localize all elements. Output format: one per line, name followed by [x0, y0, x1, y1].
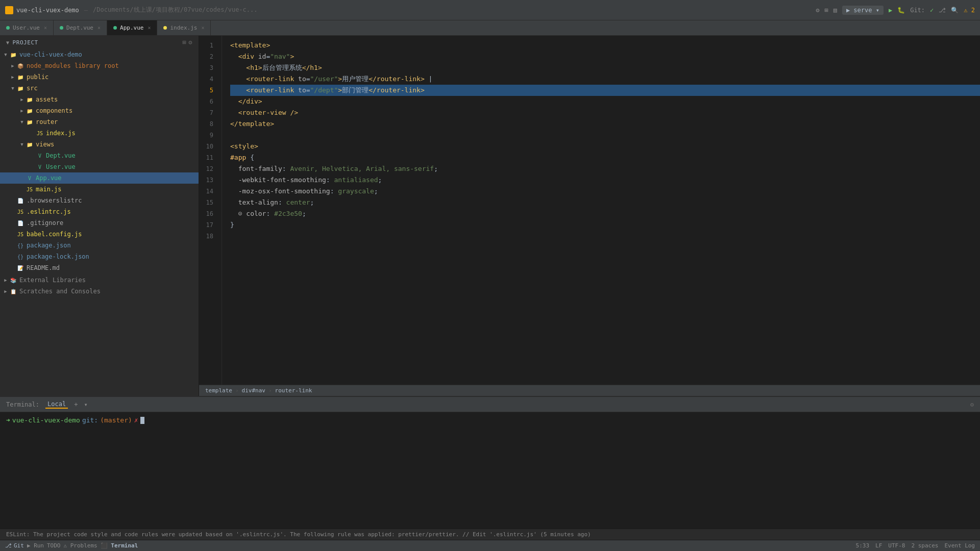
tree-item-app-vue[interactable]: ▶ V App.vue	[0, 172, 199, 184]
code-line-13: -webkit-font-smoothing: antialiased;	[230, 174, 980, 186]
tree-name-package-lock: package-lock.json	[27, 253, 89, 260]
tree-name-package-json: package.json	[27, 242, 71, 249]
tree-item-components[interactable]: ▶ 📁 components	[0, 105, 199, 116]
status-event-log[interactable]: Event Log	[944, 542, 975, 549]
search-icon[interactable]: 🔍	[951, 7, 959, 14]
breadcrumb-template[interactable]: template	[205, 387, 232, 394]
code-content[interactable]: <template> <div id="nav"> <h1>后台管理系统</h1…	[222, 36, 980, 385]
sidebar-header: ▼ Project ⊞ ⚙	[0, 36, 199, 49]
tree-name-router: router	[36, 118, 58, 126]
status-terminal[interactable]: ⬛ Terminal	[101, 542, 138, 549]
status-todo[interactable]: TODO	[47, 542, 61, 549]
terminal-icon: ⬛	[101, 542, 108, 549]
terminal-gear-icon[interactable]: ⚙	[970, 401, 974, 408]
tree-arrow: ▶	[2, 289, 9, 294]
tree-name-scratches: Scratches and Consoles	[19, 288, 101, 295]
tab-app-vue[interactable]: App.vue ×	[107, 20, 157, 35]
terminal-prompt: ➜ vue-cli-vuex-demo git: (master) ✗	[6, 416, 974, 424]
git-branch-icon[interactable]: ⎇	[939, 7, 946, 14]
git-icon: ⎇	[5, 542, 12, 549]
tree-name-assets: assets	[36, 96, 58, 103]
js-file-icon: JS	[16, 230, 24, 238]
tree-item-main-js[interactable]: ▶ JS main.js	[0, 184, 199, 195]
settings-icon[interactable]: ⚙	[816, 7, 819, 14]
folder-icon: 📁	[9, 51, 17, 59]
tab-close-icon[interactable]: ×	[201, 25, 204, 31]
main-layout: ▼ Project ⊞ ⚙ ▼ 📁 vue-cli-vuex-demo ▶ 📦 …	[0, 36, 980, 396]
tree-item-gitignore[interactable]: ▶ 📄 .gitignore	[0, 217, 199, 229]
git-checkmark[interactable]: ✓	[930, 7, 934, 14]
terminal-tools: ⚙	[970, 401, 974, 408]
sidebar-gear-icon[interactable]: ⚙	[188, 39, 192, 46]
tree-item-package-json[interactable]: ▶ {} package.json	[0, 240, 199, 251]
run-icon[interactable]: ▶	[889, 7, 892, 14]
terminal-dropdown-icon[interactable]: ▾	[84, 401, 87, 408]
warning-badge: ⚠ 2	[964, 7, 975, 14]
git-label: Git:	[910, 7, 925, 14]
tree-item-browserslistrc[interactable]: ▶ 📄 .browserslistrc	[0, 195, 199, 206]
tree-item-router[interactable]: ▼ 📁 router	[0, 116, 199, 128]
file-tree: ▼ 📁 vue-cli-vuex-demo ▶ 📦 node_modules l…	[0, 49, 199, 396]
tree-item-src[interactable]: ▼ 📁 src	[0, 83, 199, 94]
tree-arrow: ▼	[9, 86, 16, 91]
tab-close-icon[interactable]: ×	[97, 25, 101, 31]
tree-item-public[interactable]: ▶ 📁 public	[0, 71, 199, 83]
breadcrumb-divnav[interactable]: div#nav	[242, 387, 265, 394]
terminal-content[interactable]: ➜ vue-cli-vuex-demo git: (master) ✗	[0, 412, 980, 529]
tab-close-icon[interactable]: ×	[44, 25, 47, 31]
vue-file-icon: V	[36, 163, 44, 171]
tree-item-readme[interactable]: ▶ 📝 README.md	[0, 262, 199, 273]
status-position: 5:33	[856, 542, 870, 549]
serve-dropdown[interactable]: ▶ serve ▾	[842, 6, 884, 15]
code-line-16: ⊙ color: #2c3e50;	[230, 208, 980, 219]
code-container[interactable]: 1 2 3 4 5 6 7 8 9 10 11 12 13 14 15 16 1…	[199, 36, 980, 385]
tree-item-assets[interactable]: ▶ 📁 assets	[0, 94, 199, 105]
problems-icon: ⚠	[64, 542, 67, 549]
status-git[interactable]: ⎇ Git	[5, 542, 24, 549]
tree-item-scratches[interactable]: ▶ 📋 Scratches and Consoles	[0, 286, 199, 297]
code-line-5: <router-link to="/dept">部门管理</router-lin…	[230, 85, 980, 96]
status-bar: ⎇ Git ▶ Run TODO ⚠ Problems ⬛ Terminal 5…	[0, 540, 980, 551]
vue-file-icon: V	[26, 174, 34, 182]
prompt-git: git:	[82, 416, 98, 424]
debug-icon[interactable]: 🐛	[897, 7, 905, 14]
scratches-icon: 📋	[9, 287, 17, 295]
tree-name-user-vue: User.vue	[46, 163, 76, 170]
breadcrumb-routerlink[interactable]: router-link	[275, 387, 312, 394]
tree-item-views[interactable]: ▼ 📁 views	[0, 139, 199, 150]
tree-item-babel-config[interactable]: ▶ JS babel.config.js	[0, 229, 199, 240]
layout-icon[interactable]: ⊞	[824, 7, 828, 14]
tree-arrow: ▼	[2, 52, 9, 57]
terminal-add-button[interactable]: +	[74, 401, 78, 408]
tree-item-node-modules[interactable]: ▶ 📦 node_modules library root	[0, 60, 199, 71]
prompt-arrow: ➜	[6, 416, 10, 424]
tab-close-icon[interactable]: ×	[148, 25, 151, 31]
status-run[interactable]: ▶ Run	[27, 542, 44, 549]
sidebar-tools: ⊞ ⚙	[182, 39, 192, 46]
tree-item-router-index[interactable]: ▶ JS index.js	[0, 128, 199, 139]
tab-index-js[interactable]: index.js ×	[157, 20, 211, 35]
project-path: /Documents/线上课/项目教程/07vue/codes/vue-c...	[93, 6, 257, 14]
status-right: 5:33 LF UTF-8 2 spaces Event Log	[856, 542, 975, 549]
tree-name-dept-vue: Dept.vue	[46, 152, 76, 159]
md-file-icon: 📝	[16, 264, 24, 272]
tree-name-gitignore: .gitignore	[27, 219, 63, 227]
sidebar-tool-icon[interactable]: ⊞	[182, 39, 186, 46]
tree-item-eslintrc[interactable]: ▶ JS .eslintrc.js	[0, 206, 199, 217]
tree-item-package-lock[interactable]: ▶ {} package-lock.json	[0, 251, 199, 262]
code-line-7: <router-view />	[230, 107, 980, 118]
tab-label: index.js	[170, 24, 197, 31]
tab-dept-vue[interactable]: Dept.vue ×	[54, 20, 107, 35]
notification-text: ESLint: The project code style and code …	[6, 531, 591, 538]
code-line-14: -moz-osx-font-smoothing: grayscale;	[230, 186, 980, 197]
tree-item-root[interactable]: ▼ 📁 vue-cli-vuex-demo	[0, 49, 199, 60]
top-bar: vue-cli-vuex-demo – /Documents/线上课/项目教程/…	[0, 0, 980, 20]
view-icon[interactable]: ▤	[834, 7, 837, 14]
status-problems[interactable]: ⚠ Problems	[64, 542, 97, 549]
top-bar-right: ⚙ ⊞ ▤ ▶ serve ▾ ▶ 🐛 Git: ✓ ⎇ 🔍 ⚠ 2	[816, 6, 975, 15]
tree-item-user-vue[interactable]: ▶ V User.vue	[0, 161, 199, 172]
tab-user-vue[interactable]: User.vue ×	[0, 20, 54, 35]
terminal-tab-local[interactable]: Local	[45, 400, 68, 409]
tree-item-external-libs[interactable]: ▶ 📚 External Libraries	[0, 274, 199, 286]
tree-item-dept-vue[interactable]: ▶ V Dept.vue	[0, 150, 199, 161]
